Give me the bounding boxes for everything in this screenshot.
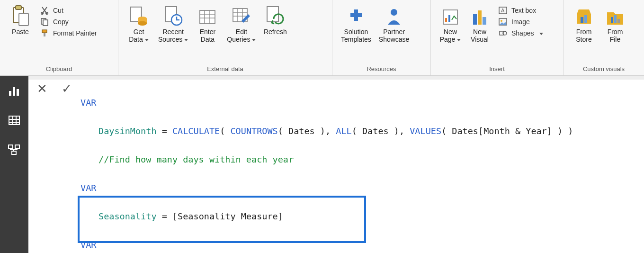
svg-rect-44 [9,91,11,96]
image-label: Image [511,18,530,26]
edit-queries-button[interactable]: Edit Queries [223,3,259,44]
svg-rect-32 [483,17,486,25]
text-box-label: Text box [511,7,536,14]
text-box-button[interactable]: A Text box [495,5,546,16]
formula-editor[interactable]: VAR DaysinMonth = CALCULATE( COUNTROWS( … [80,80,644,253]
cancel-button[interactable]: ✕ [37,81,47,96]
dax-identifier: DaysinMonth [98,126,157,136]
shapes-label: Shapes [511,29,534,37]
dax-keyword: VAR [80,98,96,108]
svg-rect-47 [9,116,19,125]
nav-model[interactable] [7,143,22,156]
format-painter-icon [40,29,49,37]
svg-rect-29 [448,15,450,22]
new-visual-button[interactable]: New Visual [465,3,494,44]
partner-showcase-button[interactable]: Partner Showcase [375,3,413,44]
new-page-button[interactable]: New Page [436,3,465,44]
enter-data-button[interactable]: Enter Data [192,3,223,44]
partner-showcase-icon [383,5,405,27]
group-external-data: Get Data Recent Sources Enter Data Edit … [118,0,332,75]
enter-data-label: Enter Data [200,28,215,43]
nav-report[interactable] [7,84,22,98]
svg-rect-52 [9,145,13,148]
caret-icon [250,36,256,43]
formula-bar-controls: ✕ ✓ [28,80,80,253]
new-page-label: New Page [440,28,457,43]
svg-rect-39 [581,17,583,23]
ribbon: Paste Cut Copy [0,0,644,76]
caret-icon [182,36,188,43]
svg-rect-53 [15,145,19,148]
copy-button[interactable]: Copy [37,16,100,27]
get-data-button[interactable]: Get Data [123,3,154,44]
group-insert: New Page New Visual A Text box [431,0,564,75]
svg-rect-46 [17,89,19,96]
recent-sources-label: Recent Sources [158,28,184,43]
refresh-icon [264,5,286,27]
refresh-button[interactable]: Refresh [259,3,291,36]
image-button[interactable]: Image [495,16,546,27]
caret-icon [143,36,149,43]
solution-templates-icon [345,5,367,27]
group-external-data-label: External data [118,63,332,75]
svg-rect-28 [445,18,447,22]
svg-rect-30 [473,14,477,25]
svg-rect-54 [12,151,16,154]
caret-icon [455,36,461,43]
cut-button[interactable]: Cut [37,5,100,16]
from-file-icon [604,5,626,27]
from-store-button[interactable]: From Store [568,3,599,44]
dax-function: ALL [336,126,351,136]
copy-label: Copy [53,18,69,26]
svg-point-12 [138,21,147,26]
left-nav [0,76,28,253]
dax-function: VALUES [410,126,441,136]
content-area: Allo City Na Au Ch ✕ ✓ VAR DaysinMonth =… [0,76,644,253]
svg-rect-31 [478,10,482,25]
format-painter-button[interactable]: Format Painter [37,27,100,39]
caret-icon [537,29,543,37]
edit-queries-icon [231,5,252,27]
group-clipboard: Paste Cut Copy [0,0,118,75]
partner-showcase-label: Partner Showcase [379,28,410,43]
svg-rect-8 [44,33,45,36]
from-file-button[interactable]: From File [599,3,631,44]
solution-templates-button[interactable]: Solution Templates [337,3,375,44]
group-clipboard-label: Clipboard [0,63,118,75]
image-icon [498,18,508,26]
paste-label: Paste [12,28,29,36]
from-store-icon [573,5,595,27]
get-data-label: Get Data [129,28,144,43]
formula-bar: ✕ ✓ VAR DaysinMonth = CALCULATE( COUNTRO… [28,80,644,253]
recent-sources-icon [162,5,184,27]
dax-identifier: Seasonality [98,211,157,221]
format-painter-label: Format Painter [53,29,97,37]
copy-icon [40,18,49,26]
group-custom-visuals-label: Custom visuals [564,63,644,75]
svg-rect-6 [43,20,48,26]
svg-rect-1 [16,6,21,9]
shapes-button[interactable]: Shapes [495,27,546,39]
group-resources: Solution Templates Partner Showcase Reso… [332,0,431,75]
new-page-icon [439,5,461,27]
svg-point-36 [501,20,502,22]
solution-templates-label: Solution Templates [341,28,371,43]
svg-rect-15 [200,10,215,24]
text-box-icon: A [498,6,508,15]
report-canvas: Allo City Na Au Ch ✕ ✓ VAR DaysinMonth =… [28,76,644,253]
from-store-label: From Store [576,28,591,43]
group-insert-label: Insert [431,63,563,75]
paste-button[interactable]: Paste [5,3,36,36]
from-file-label: From File [608,28,623,43]
get-data-icon [128,5,150,27]
group-resources-label: Resources [332,63,430,75]
refresh-label: Refresh [264,28,287,36]
recent-sources-button[interactable]: Recent Sources [154,3,192,44]
cut-icon [40,6,49,15]
accept-button[interactable]: ✓ [62,81,72,96]
edit-queries-label: Edit Queries [227,28,250,43]
svg-rect-40 [584,15,587,23]
nav-data[interactable] [7,114,22,127]
dax-keyword: VAR [80,240,96,250]
new-visual-icon [469,5,491,27]
